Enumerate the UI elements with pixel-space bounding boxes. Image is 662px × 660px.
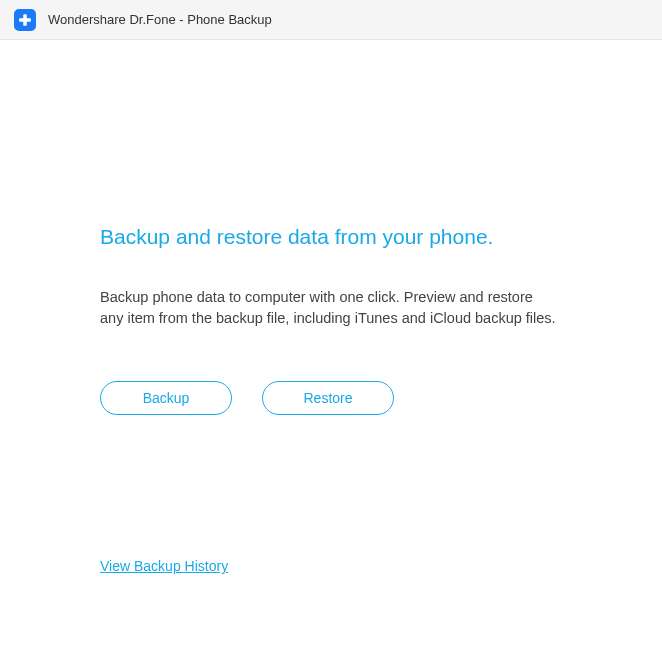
- backup-button[interactable]: Backup: [100, 381, 232, 415]
- restore-button[interactable]: Restore: [262, 381, 394, 415]
- svg-rect-1: [19, 18, 31, 22]
- plus-icon: [18, 13, 32, 27]
- view-backup-history-link[interactable]: View Backup History: [100, 558, 228, 574]
- page-description: Backup phone data to computer with one c…: [100, 287, 560, 329]
- app-icon: [14, 9, 36, 31]
- page-heading: Backup and restore data from your phone.: [100, 225, 562, 249]
- button-row: Backup Restore: [100, 381, 562, 415]
- main-content: Backup and restore data from your phone.…: [0, 40, 662, 575]
- app-title: Wondershare Dr.Fone - Phone Backup: [48, 12, 272, 27]
- titlebar: Wondershare Dr.Fone - Phone Backup: [0, 0, 662, 40]
